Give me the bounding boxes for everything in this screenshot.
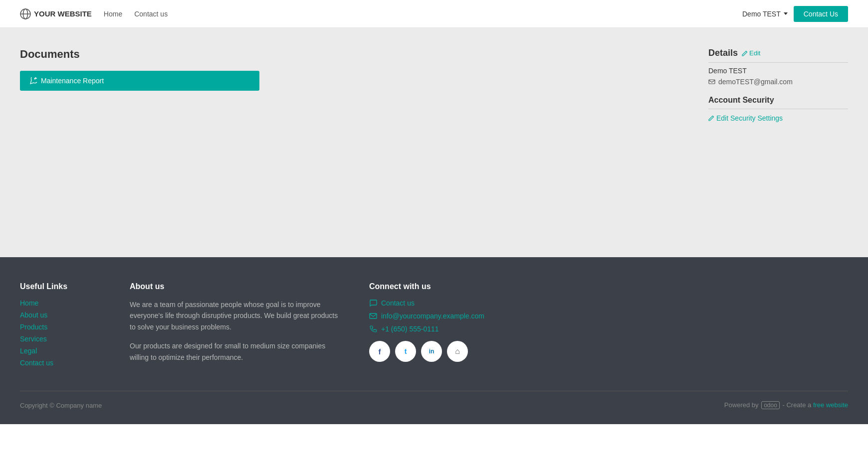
connect-phone-link[interactable]: +1 (650) 555-0111 [381, 325, 439, 333]
wrench-icon [30, 77, 37, 84]
nav-contact[interactable]: Contact us [134, 10, 168, 18]
about-title: About us [130, 282, 339, 291]
footer-bottom: Copyright © Company name Powered by odoo… [20, 391, 848, 409]
logo[interactable]: YOUR WEBSITE [20, 8, 92, 19]
footer-link-home[interactable]: Home [20, 299, 100, 307]
user-menu-button[interactable]: Demo TEST [742, 10, 788, 18]
footer-connect-col: Connect with us Contact us info@yourcomp… [369, 282, 499, 371]
svg-rect-4 [370, 313, 377, 318]
edit-link[interactable]: Edit [742, 49, 760, 57]
chevron-down-icon [784, 12, 788, 15]
phone-icon [369, 325, 377, 333]
header-right: Demo TEST Contact Us [742, 6, 848, 22]
footer-link-about[interactable]: About us [20, 311, 100, 319]
footer-link-services[interactable]: Services [20, 335, 100, 343]
account-security-title: Account Security [708, 96, 848, 109]
user-display-name: Demo TEST [708, 67, 848, 75]
footer-link-legal[interactable]: Legal [20, 347, 100, 355]
logo-text: YOUR WEBSITE [34, 9, 92, 18]
maintenance-report-button[interactable]: Maintenance Report [20, 71, 259, 91]
email-value: demoTEST@gmail.com [718, 78, 793, 86]
footer-link-products[interactable]: Products [20, 323, 100, 331]
edit-label: Edit [749, 49, 760, 57]
contact-us-button[interactable]: Contact Us [794, 6, 848, 22]
footer-useful-links-col: Useful Links Home About us Products Serv… [20, 282, 100, 371]
odoo-badge: odoo [761, 401, 780, 409]
facebook-button[interactable]: f [369, 341, 390, 362]
email-row: demoTEST@gmail.com [708, 78, 848, 86]
about-text-2: Our products are designed for small to m… [130, 340, 339, 363]
email-icon [708, 78, 715, 85]
connect-contact: Contact us [369, 299, 499, 307]
connect-phone: +1 (650) 555-0111 [369, 325, 499, 333]
powered-by: Powered by odoo - Create a free website [724, 401, 848, 409]
chat-icon [369, 299, 377, 307]
svg-rect-3 [709, 80, 715, 84]
details-section: Details Edit Demo TEST demoTEST@gmail.co… [708, 48, 848, 122]
connect-email-link[interactable]: info@yourcompany.example.com [381, 312, 484, 320]
about-text-1: We are a team of passionate people whose… [130, 299, 339, 332]
free-website-link[interactable]: free website [813, 401, 848, 409]
details-title: Details [708, 48, 738, 58]
twitter-button[interactable]: t [395, 341, 416, 362]
pencil-icon [742, 50, 748, 56]
nav-home[interactable]: Home [104, 10, 122, 18]
main-right: Details Edit Demo TEST demoTEST@gmail.co… [708, 48, 848, 237]
documents-title: Documents [20, 48, 688, 61]
social-icons: f t in ⌂ [369, 341, 499, 362]
pencil-security-icon [708, 115, 714, 121]
details-header: Details Edit [708, 48, 848, 63]
email-footer-icon [369, 312, 377, 320]
header-left: YOUR WEBSITE Home Contact us [20, 8, 168, 19]
edit-security-label: Edit Security Settings [716, 114, 783, 122]
maintenance-btn-label: Maintenance Report [41, 77, 104, 85]
header: YOUR WEBSITE Home Contact us Demo TEST C… [0, 0, 868, 28]
connect-contact-link[interactable]: Contact us [381, 299, 415, 307]
main-content: Documents Maintenance Report Details Edi… [0, 28, 868, 257]
footer-top: Useful Links Home About us Products Serv… [20, 282, 848, 371]
connect-title: Connect with us [369, 282, 499, 291]
footer-link-contact[interactable]: Contact us [20, 359, 100, 367]
connect-email: info@yourcompany.example.com [369, 312, 499, 320]
globe-icon [20, 8, 31, 19]
footer-about-col: About us We are a team of passionate peo… [130, 282, 339, 371]
home-button[interactable]: ⌂ [447, 341, 468, 362]
linkedin-button[interactable]: in [421, 341, 442, 362]
main-left: Documents Maintenance Report [20, 48, 688, 237]
user-label: Demo TEST [742, 10, 781, 18]
useful-links-title: Useful Links [20, 282, 100, 291]
footer: Useful Links Home About us Products Serv… [0, 257, 868, 424]
edit-security-link[interactable]: Edit Security Settings [708, 114, 848, 122]
copyright: Copyright © Company name [20, 402, 102, 409]
